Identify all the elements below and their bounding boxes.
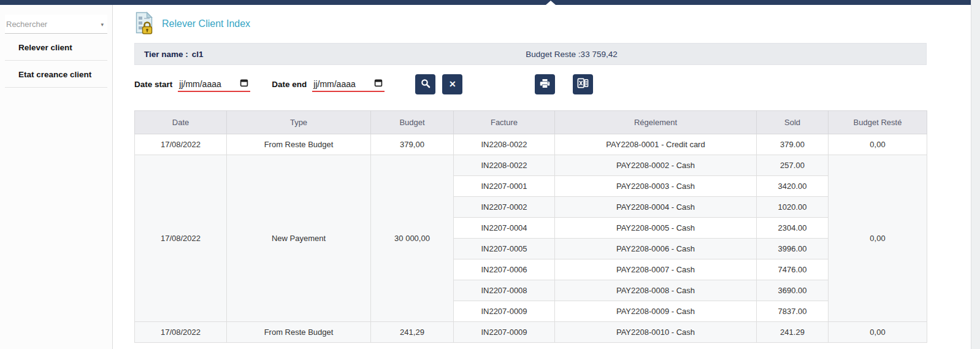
date-start-input[interactable]: jj/mm/aaaa (178, 76, 250, 92)
cell-facture: IN2207-0005 (454, 239, 555, 259)
cell-date: 17/08/2022 (135, 134, 227, 155)
date-end-input[interactable]: jj/mm/aaaa (312, 76, 385, 92)
cell-reglement: PAY2208-0006 - Cash (555, 239, 757, 259)
calendar-icon[interactable] (374, 79, 383, 89)
cell-type: From Reste Budget (227, 322, 371, 343)
cell-facture: IN2207-0004 (454, 218, 555, 239)
table-row: 17/08/2022From Reste Budget241,29IN2207-… (135, 322, 927, 343)
search-placeholder: Rechercher (6, 20, 47, 29)
document-lock-icon (135, 12, 154, 37)
cell-sold: 3420.00 (757, 176, 829, 197)
print-button[interactable] (535, 74, 555, 94)
cell-date: 17/08/2022 (135, 322, 227, 343)
cell-facture: IN2208-0022 (454, 134, 555, 155)
date-start-placeholder: jj/mm/aaaa (179, 79, 221, 89)
column-header-date: Date (135, 111, 227, 134)
column-header-facture: Facture (454, 111, 555, 134)
cell-reglement: PAY2208-0003 - Cash (555, 176, 757, 197)
printer-icon (540, 79, 550, 90)
sidebar-menu: Relever clientEtat creance client (0, 34, 112, 88)
vertical-scrollbar[interactable] (971, 0, 980, 349)
cell-reglement: PAY2208-0001 - Credit card (555, 134, 757, 155)
table-header-row: DateTypeBudgetFactureRégelementSoldBudge… (135, 111, 927, 134)
cell-sold: 257.00 (757, 155, 829, 176)
sidebar-search-select[interactable]: Rechercher ▾ (5, 15, 107, 34)
cell-sold: 1020.00 (757, 197, 829, 218)
table-row: 17/08/2022New Payement30 000,00IN2208-00… (135, 155, 927, 176)
cell-facture: IN2208-0022 (454, 155, 555, 176)
cell-sold: 2304.00 (757, 218, 829, 239)
tier-name-label: Tier name : (144, 50, 188, 59)
cell-sold: 379.00 (757, 134, 829, 155)
cell-sold: 7476.00 (757, 259, 829, 280)
chevron-down-icon: ▾ (101, 21, 104, 28)
tier-name-value: cl1 (192, 50, 204, 59)
cell-type: New Payement (227, 155, 371, 322)
cell-budget-reste: 0,00 (829, 322, 927, 343)
cell-facture: IN2207-0009 (454, 322, 555, 343)
column-header-budget-reste: Budget Resté (829, 111, 927, 134)
top-accent-bar (0, 0, 971, 5)
cell-facture: IN2207-0002 (454, 197, 555, 218)
excel-icon (577, 78, 589, 90)
cell-sold: 3996.00 (757, 239, 829, 259)
cell-reglement: PAY2208-0004 - Cash (555, 197, 757, 218)
calendar-icon[interactable] (240, 79, 248, 89)
date-end-label: Date end (272, 80, 307, 89)
cell-budget: 241,29 (371, 322, 454, 343)
cell-facture: IN2207-0001 (454, 176, 555, 197)
cell-reglement: PAY2208-0009 - Cash (555, 301, 757, 322)
cell-type: From Reste Budget (227, 134, 371, 155)
cell-sold: 241.29 (757, 322, 829, 343)
cell-budget: 379,00 (371, 134, 454, 155)
page-title[interactable]: Relever Client Index (162, 18, 250, 29)
sidebar-item-etat-creance-client[interactable]: Etat creance client (5, 61, 107, 88)
excel-export-button[interactable] (573, 74, 593, 94)
cell-reglement: PAY2208-0010 - Cash (555, 322, 757, 343)
column-header-budget: Budget (371, 111, 454, 134)
tier-info-bar: Tier name :cl1 Budget Reste :33 759,42 (134, 43, 927, 65)
cell-facture: IN2207-0006 (454, 259, 555, 280)
cell-sold: 7837.00 (757, 301, 829, 322)
cell-reglement: PAY2208-0007 - Cash (555, 259, 757, 280)
search-button[interactable] (415, 74, 435, 94)
column-header-regelement: Régelement (555, 111, 757, 134)
cell-budget-reste: 0,00 (829, 155, 927, 322)
tier-name: Tier name :cl1 (144, 50, 204, 59)
date-end-placeholder: jj/mm/aaaa (313, 79, 355, 89)
cell-reglement: PAY2208-0008 - Cash (555, 280, 757, 301)
cell-facture: IN2207-0008 (454, 280, 555, 301)
clear-button[interactable]: ✕ (442, 74, 462, 94)
budget-reste-summary: Budget Reste :33 759,42 (526, 50, 617, 59)
cell-reglement: PAY2208-0005 - Cash (555, 218, 757, 239)
title-row: Relever Client Index (135, 12, 971, 36)
cell-reglement: PAY2208-0002 - Cash (555, 155, 757, 176)
releve-table: DateTypeBudgetFactureRégelementSoldBudge… (134, 110, 927, 343)
column-header-type: Type (227, 111, 371, 134)
main-content: Relever Client Index Tier name :cl1 Budg… (113, 5, 971, 349)
cell-date: 17/08/2022 (135, 155, 227, 322)
cell-budget: 30 000,00 (371, 155, 454, 322)
column-header-sold: Sold (757, 111, 829, 134)
filter-row: Date start jj/mm/aaaa Date end jj/mm/aaa… (134, 71, 971, 97)
sidebar: Rechercher ▾ Relever clientEtat creance … (0, 5, 113, 349)
cell-facture: IN2207-0009 (454, 301, 555, 322)
search-icon (421, 79, 431, 90)
sidebar-item-relever-client[interactable]: Relever client (5, 34, 107, 61)
cell-sold: 3690.00 (757, 280, 829, 301)
clear-icon: ✕ (449, 79, 456, 89)
date-start-label: Date start (134, 80, 172, 89)
cell-budget-reste: 0,00 (829, 134, 927, 155)
top-bar-notch (546, 1, 556, 5)
table-row: 17/08/2022From Reste Budget379,00IN2208-… (135, 134, 927, 155)
